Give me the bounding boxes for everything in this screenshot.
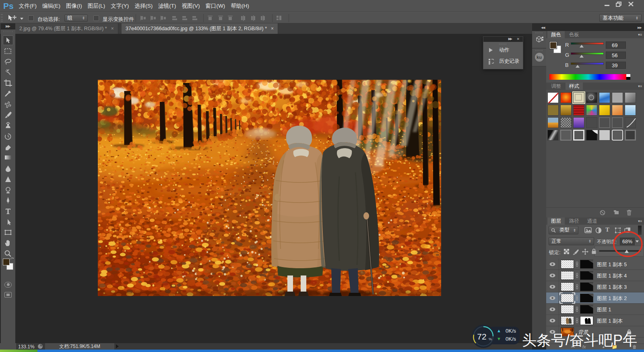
svg-text:%: % <box>489 337 492 341</box>
svg-text:72: 72 <box>477 332 486 341</box>
